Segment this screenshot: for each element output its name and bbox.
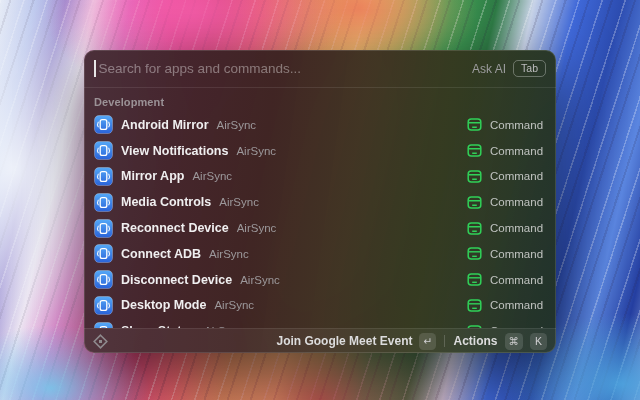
item-type-label: Command bbox=[490, 248, 546, 260]
item-subtitle: AirSync bbox=[219, 196, 259, 208]
section-header-development: Development bbox=[84, 88, 556, 112]
item-type-label: Command bbox=[490, 170, 546, 182]
raycast-logo-icon bbox=[93, 334, 108, 349]
list-item-reconnect-device[interactable]: Reconnect Device AirSync Command bbox=[84, 215, 556, 241]
command-window-icon bbox=[467, 195, 482, 210]
command-window-icon bbox=[467, 117, 482, 132]
airsync-phone-icon bbox=[94, 167, 113, 186]
raycast-launcher-window: Ask AI Tab Development Android Mirror Ai… bbox=[84, 50, 556, 353]
item-subtitle: AirSync bbox=[236, 145, 276, 157]
item-subtitle: AirSync bbox=[214, 299, 254, 311]
list-item-connect-adb[interactable]: Connect ADB AirSync Command bbox=[84, 241, 556, 267]
list-item-mirror-app[interactable]: Mirror App AirSync Command bbox=[84, 164, 556, 190]
airsync-phone-icon bbox=[94, 244, 113, 263]
airsync-phone-icon bbox=[94, 296, 113, 315]
command-window-icon bbox=[467, 272, 482, 287]
item-type-label: Command bbox=[490, 145, 546, 157]
cmd-key-hint: ⌘ bbox=[505, 333, 524, 350]
item-title: Android Mirror bbox=[121, 118, 209, 132]
airsync-phone-icon bbox=[94, 193, 113, 212]
launcher-footer: Join Google Meet Event ↵ Actions ⌘ K bbox=[84, 328, 556, 353]
item-type-label: Command bbox=[490, 299, 546, 311]
list-item-media-controls[interactable]: Media Controls AirSync Command bbox=[84, 189, 556, 215]
list-item-disconnect-device[interactable]: Disconnect Device AirSync Command bbox=[84, 267, 556, 293]
search-bar: Ask AI Tab bbox=[84, 50, 556, 87]
list-item-android-mirror[interactable]: Android Mirror AirSync Command bbox=[84, 112, 556, 138]
item-subtitle: AirSync bbox=[209, 248, 249, 260]
primary-action-label: Join Google Meet Event bbox=[276, 334, 412, 348]
item-title: Connect ADB bbox=[121, 247, 201, 261]
item-title: Mirror App bbox=[121, 169, 184, 183]
list-item-show-status[interactable]: Show Status AirSync Command bbox=[84, 318, 556, 328]
item-type-label: Command bbox=[490, 196, 546, 208]
item-type-label: Command bbox=[490, 274, 546, 286]
item-title: Reconnect Device bbox=[121, 221, 229, 235]
item-type-label: Command bbox=[490, 119, 546, 131]
airsync-phone-icon bbox=[94, 115, 113, 134]
list-item-view-notifications[interactable]: View Notifications AirSync Command bbox=[84, 138, 556, 164]
command-window-icon bbox=[467, 143, 482, 158]
actions-menu-button[interactable]: Actions ⌘ K bbox=[453, 333, 547, 350]
item-subtitle: AirSync bbox=[192, 170, 232, 182]
item-subtitle: AirSync bbox=[237, 222, 277, 234]
footer-divider bbox=[444, 335, 445, 347]
airsync-phone-icon bbox=[94, 270, 113, 289]
item-subtitle: AirSync bbox=[217, 119, 257, 131]
ask-ai-button[interactable]: Ask AI Tab bbox=[472, 60, 546, 77]
k-key-hint: K bbox=[530, 333, 547, 350]
airsync-phone-icon bbox=[94, 219, 113, 238]
item-title: View Notifications bbox=[121, 144, 228, 158]
tab-key-hint: Tab bbox=[513, 60, 546, 77]
item-type-label: Command bbox=[490, 222, 546, 234]
primary-action-join-meet[interactable]: Join Google Meet Event ↵ bbox=[276, 333, 436, 350]
search-input[interactable] bbox=[99, 61, 473, 76]
command-window-icon bbox=[467, 246, 482, 261]
command-window-icon bbox=[467, 169, 482, 184]
command-window-icon bbox=[467, 298, 482, 313]
return-key-hint: ↵ bbox=[419, 333, 436, 350]
ask-ai-label: Ask AI bbox=[472, 62, 506, 76]
results-list: Development Android Mirror AirSync Comma… bbox=[84, 88, 556, 328]
command-window-icon bbox=[467, 221, 482, 236]
item-title: Disconnect Device bbox=[121, 273, 232, 287]
item-title: Media Controls bbox=[121, 195, 211, 209]
item-subtitle: AirSync bbox=[240, 274, 280, 286]
list-item-desktop-mode[interactable]: Desktop Mode AirSync Command bbox=[84, 293, 556, 319]
actions-label: Actions bbox=[453, 334, 497, 348]
text-caret bbox=[94, 60, 96, 77]
airsync-phone-icon bbox=[94, 141, 113, 160]
item-title: Desktop Mode bbox=[121, 298, 206, 312]
